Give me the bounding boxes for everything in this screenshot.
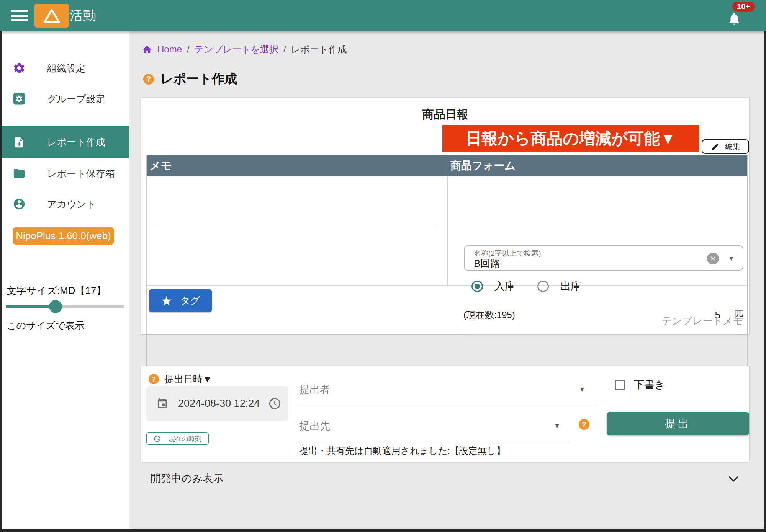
submitter-select[interactable]: 提出者 ▼ — [299, 383, 596, 406]
calendar-icon — [156, 398, 168, 410]
star-icon: ★ — [160, 294, 172, 307]
annotation-banner: 日報から商品の増減が可能▼ — [442, 125, 699, 152]
sidebar-item-account[interactable]: アカウント — [0, 189, 129, 219]
clear-icon[interactable]: × — [707, 253, 719, 264]
folder-icon — [13, 167, 26, 180]
clock-icon[interactable] — [268, 397, 282, 410]
tag-button[interactable]: ★ タグ — [149, 289, 212, 312]
report-table-header: メモ 商品フォーム — [147, 155, 747, 176]
sidebar-item-label: グループ設定 — [47, 93, 105, 105]
stock-radio-group: 入庫 出庫 — [471, 279, 592, 293]
edit-button[interactable]: 編集 — [702, 139, 749, 154]
notification-badge: 10+ — [732, 2, 755, 12]
page-title-row: ? レポート作成 — [143, 70, 237, 88]
select-underline — [299, 406, 596, 406]
radio-stock-in-label: 入庫 — [494, 279, 515, 293]
radio-stock-out[interactable] — [537, 281, 549, 292]
draft-label: 下書き — [634, 378, 665, 392]
chevron-down-icon — [728, 472, 738, 481]
app-title: 活動 — [70, 7, 97, 24]
help-icon[interactable]: ? — [579, 419, 589, 430]
sidebar-item-org-settings[interactable]: 組織設定 — [0, 53, 129, 83]
sidebar-item-label: レポート保存箱 — [47, 167, 115, 180]
current-time-button[interactable]: 現在の時刻 — [146, 432, 209, 445]
datetime-value: 2024-08-30 12:24 — [178, 398, 260, 410]
bell-icon — [727, 11, 741, 26]
triangle-icon — [43, 8, 61, 24]
app-logo[interactable] — [34, 4, 69, 28]
window-edge — [764, 31, 766, 532]
breadcrumb-separator: / — [283, 44, 286, 55]
slider-fill — [6, 305, 56, 308]
person-icon — [13, 197, 26, 211]
product-search-field[interactable]: 名称(2字以上で検索) B回路 × ▼ — [464, 245, 743, 271]
sidebar-divider — [0, 121, 129, 121]
radio-stock-out-label: 出庫 — [560, 279, 581, 293]
report-table: メモ 商品フォーム 名称(2字以上で検索) B回路 × ▼ 入庫 出庫 (現在数… — [146, 155, 748, 383]
tag-button-label: タグ — [180, 294, 200, 307]
window-edge — [0, 31, 2, 532]
search-field-value[interactable]: B回路 — [474, 257, 500, 270]
product-column-header: 商品フォーム — [447, 155, 747, 176]
sidebar-item-label: 組織設定 — [47, 62, 85, 75]
breadcrumb: Home / テンプレートを選択 / レポート作成 — [142, 43, 347, 55]
page-title: レポート作成 — [160, 70, 237, 88]
chevron-down-icon: ▼ — [579, 386, 585, 393]
font-size-slider[interactable] — [6, 305, 124, 308]
quantity-input-underline — [463, 336, 744, 336]
sidebar-item-label: レポート作成 — [47, 136, 105, 149]
dev-only-label: 開発中のみ表示 — [151, 472, 223, 485]
sidebar: 組織設定 グループ設定 レポート作成 レポート保存箱 アカウント — [0, 31, 129, 529]
submitter-label: 提出者 — [299, 383, 596, 397]
app-header: 活動 10+ — [0, 0, 766, 31]
radio-stock-in[interactable] — [471, 281, 483, 292]
current-count-label: (現在数:195) — [463, 309, 515, 321]
clock-icon — [154, 435, 161, 442]
dev-only-expander[interactable]: 開発中のみ表示 — [141, 468, 749, 488]
destination-select[interactable]: 提出先 ▼ — [299, 419, 567, 443]
gear-icon — [13, 62, 26, 75]
chevron-down-icon[interactable]: ▼ — [728, 255, 734, 262]
datetime-header: ? 提出日時▼ — [149, 373, 212, 385]
document-add-icon — [13, 136, 26, 149]
breadcrumb-separator: / — [187, 44, 190, 55]
select-underline — [299, 442, 567, 442]
report-card: 商品日報 日報から商品の増減が可能▼ 編集 メモ 商品フォーム 名称(2字以上で… — [141, 98, 749, 334]
submit-button[interactable]: 提出 — [607, 412, 749, 435]
memo-input-underline[interactable] — [157, 224, 437, 224]
column-divider — [447, 176, 448, 285]
draft-checkbox[interactable] — [615, 380, 625, 390]
home-icon[interactable] — [142, 44, 152, 55]
gear-square-icon — [13, 92, 26, 105]
font-size-note: このサイズで表示 — [7, 319, 85, 332]
sidebar-item-report-create[interactable]: レポート作成 — [0, 126, 129, 158]
pencil-icon — [711, 143, 719, 151]
submit-card: ? 提出日時▼ 2024-08-30 12:24 現在の時刻 提出者 ▼ 提出先… — [141, 366, 749, 462]
breadcrumb-current: レポート作成 — [291, 43, 347, 55]
chevron-down-icon: ▼ — [554, 422, 560, 430]
destination-label: 提出先 — [299, 419, 567, 433]
window-edge — [0, 529, 766, 532]
slider-thumb[interactable] — [49, 300, 62, 313]
current-time-label: 現在の時刻 — [169, 434, 201, 443]
notifications-button[interactable]: 10+ — [725, 4, 749, 28]
sidebar-item-report-storage[interactable]: レポート保存箱 — [0, 158, 129, 189]
auto-apply-note: 提出・共有先は自動適用されました:【設定無し】 — [299, 445, 506, 457]
breadcrumb-home[interactable]: Home — [157, 44, 182, 55]
sidebar-item-label: アカウント — [47, 198, 96, 211]
help-icon[interactable]: ? — [143, 74, 154, 85]
template-memo-label: テンプレートメモ — [662, 314, 743, 328]
datetime-label[interactable]: 提出日時▼ — [164, 373, 212, 385]
sidebar-item-group-settings[interactable]: グループ設定 — [0, 83, 129, 114]
datetime-picker[interactable]: 2024-08-30 12:24 — [146, 386, 288, 421]
report-title: 商品日報 — [141, 107, 749, 122]
breadcrumb-template-select[interactable]: テンプレートを選択 — [195, 43, 278, 55]
app-window: 活動 10+ 組織設定 グループ設定 レポート作成 — [0, 0, 766, 532]
memo-column-header: メモ — [147, 155, 447, 176]
help-icon[interactable]: ? — [149, 374, 159, 384]
draft-checkbox-row[interactable]: 下書き — [615, 378, 665, 392]
edit-button-label: 編集 — [725, 142, 740, 152]
hamburger-menu-icon[interactable] — [11, 8, 28, 23]
version-button[interactable]: NipoPlus 1.60.0(web) — [13, 227, 114, 245]
table-bottom-border — [147, 285, 747, 286]
